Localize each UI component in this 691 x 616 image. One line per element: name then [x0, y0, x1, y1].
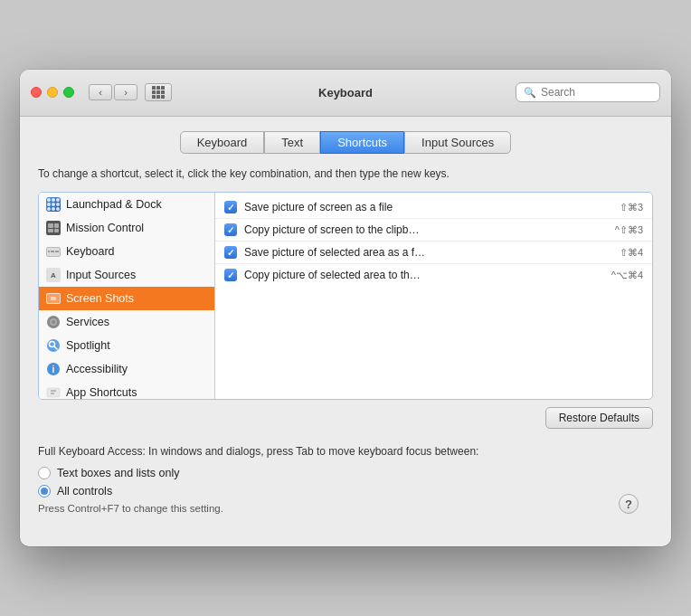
sidebar: Launchpad & Dock [39, 193, 215, 399]
restore-defaults-button[interactable]: Restore Defaults [545, 407, 653, 429]
radio-text-boxes[interactable]: Text boxes and lists only [38, 467, 653, 479]
titlebar: ‹ › Keyboard 🔍 [20, 70, 671, 117]
restore-btn-row: Restore Defaults [38, 407, 653, 429]
sidebar-label-launchpad: Launchpad & Dock [66, 198, 162, 211]
sidebar-label-spotlight: Spotlight [66, 339, 110, 352]
shortcut-row-3: ✓ Save picture of selected area as a f… … [215, 242, 652, 264]
search-bar[interactable]: 🔍 [516, 82, 660, 102]
sidebar-label-accessibility: Accessibility [66, 363, 128, 375]
spotlight-icon [46, 338, 61, 353]
window-title: Keyboard [318, 86, 373, 100]
checkmark-4: ✓ [227, 270, 234, 280]
back-button[interactable]: ‹ [89, 84, 112, 100]
input-sources-icon: A [46, 268, 61, 282]
shortcut-row-2: ✓ Copy picture of screen to the clipb… ^… [215, 219, 652, 242]
sidebar-label-keyboard: Keyboard [66, 245, 115, 258]
instruction-text: To change a shortcut, select it, click t… [38, 166, 653, 182]
grid-icon [152, 86, 165, 99]
shortcut-checkbox-1[interactable]: ✓ [224, 201, 237, 213]
sidebar-item-keyboard[interactable]: Keyboard [39, 240, 214, 263]
shortcut-checkbox-4[interactable]: ✓ [224, 269, 237, 281]
tab-bar: Keyboard Text Shortcuts Input Sources [38, 131, 653, 154]
radio-all-controls[interactable]: All controls [38, 485, 653, 498]
sidebar-item-appshortcuts[interactable]: App Shortcuts [39, 381, 214, 399]
sidebar-item-input-sources[interactable]: A Input Sources [39, 263, 214, 287]
mission-icon [46, 221, 61, 235]
tab-input-sources[interactable]: Input Sources [404, 131, 511, 154]
checkmark-1: ✓ [227, 203, 234, 213]
sidebar-label-appshortcuts: App Shortcuts [66, 386, 137, 399]
launchpad-icon [46, 197, 61, 212]
traffic-lights [31, 87, 74, 98]
shortcut-checkbox-3[interactable]: ✓ [224, 246, 237, 259]
search-input[interactable] [541, 86, 652, 99]
radio-label-all-controls: All controls [57, 485, 112, 498]
tab-text[interactable]: Text [264, 131, 320, 154]
checkmark-2: ✓ [227, 225, 234, 235]
maximize-button[interactable] [63, 87, 74, 98]
sidebar-item-services[interactable]: Services [39, 310, 214, 334]
radio-label-text-boxes: Text boxes and lists only [57, 467, 180, 479]
sidebar-label-services: Services [66, 316, 109, 328]
sidebar-label-input-sources: Input Sources [66, 269, 136, 281]
shortcut-keys-4: ^⌥⌘4 [611, 270, 643, 281]
nav-buttons: ‹ › [89, 84, 137, 100]
screenshots-icon [46, 291, 61, 306]
sidebar-item-mission[interactable]: Mission Control [39, 216, 214, 240]
keyboard-access-title: Full Keyboard Access: In windows and dia… [38, 445, 653, 458]
services-icon [46, 315, 61, 329]
accessibility-icon: i [46, 362, 61, 376]
shortcut-keys-2: ^⇧⌘3 [615, 224, 643, 236]
sidebar-item-screenshots[interactable]: Screen Shots [39, 287, 214, 310]
shortcut-label-3: Save picture of selected area as a f… [244, 246, 612, 259]
tab-shortcuts[interactable]: Shortcuts [320, 131, 404, 154]
radio-circle-all-controls[interactable] [38, 485, 51, 498]
shortcut-label-1: Save picture of screen as a file [244, 201, 612, 213]
close-button[interactable] [31, 87, 42, 98]
sidebar-item-spotlight[interactable]: Spotlight [39, 334, 214, 357]
grid-button[interactable] [145, 83, 172, 101]
forward-button[interactable]: › [114, 84, 137, 100]
shortcut-keys-3: ⇧⌘4 [620, 247, 643, 259]
keyboard-access-section: Full Keyboard Access: In windows and dia… [38, 445, 653, 528]
sidebar-item-launchpad[interactable]: Launchpad & Dock [39, 193, 214, 216]
content-area: Keyboard Text Shortcuts Input Sources To… [20, 117, 671, 547]
shortcut-keys-1: ⇧⌘3 [620, 202, 643, 213]
main-panel: Launchpad & Dock [38, 192, 653, 400]
svg-text:i: i [52, 365, 55, 374]
radio-circle-text-boxes[interactable] [38, 467, 51, 479]
shortcuts-panel: ✓ Save picture of screen as a file ⇧⌘3 ✓… [215, 193, 652, 399]
shortcut-label-2: Copy picture of screen to the clipb… [244, 223, 608, 236]
svg-rect-8 [47, 388, 60, 397]
shortcut-checkbox-2[interactable]: ✓ [224, 223, 237, 236]
shortcut-row-4: ✓ Copy picture of selected area to th… ^… [215, 264, 652, 286]
main-window: ‹ › Keyboard 🔍 Keyboard Text Shortcuts I… [20, 70, 671, 547]
appshortcuts-icon [46, 385, 61, 399]
minimize-button[interactable] [47, 87, 58, 98]
sidebar-label-mission: Mission Control [66, 222, 144, 234]
svg-point-2 [52, 320, 55, 324]
sidebar-item-accessibility[interactable]: i Accessibility [39, 357, 214, 381]
shortcut-row-1: ✓ Save picture of screen as a file ⇧⌘3 [215, 196, 652, 219]
sidebar-label-screenshots: Screen Shots [66, 292, 134, 305]
keyboard-icon [46, 244, 61, 259]
search-icon: 🔍 [524, 87, 536, 99]
shortcut-label-4: Copy picture of selected area to th… [244, 269, 604, 281]
tab-keyboard[interactable]: Keyboard [180, 131, 265, 154]
keyboard-hint: Press Control+F7 to change this setting. [38, 503, 653, 514]
checkmark-3: ✓ [227, 248, 234, 258]
